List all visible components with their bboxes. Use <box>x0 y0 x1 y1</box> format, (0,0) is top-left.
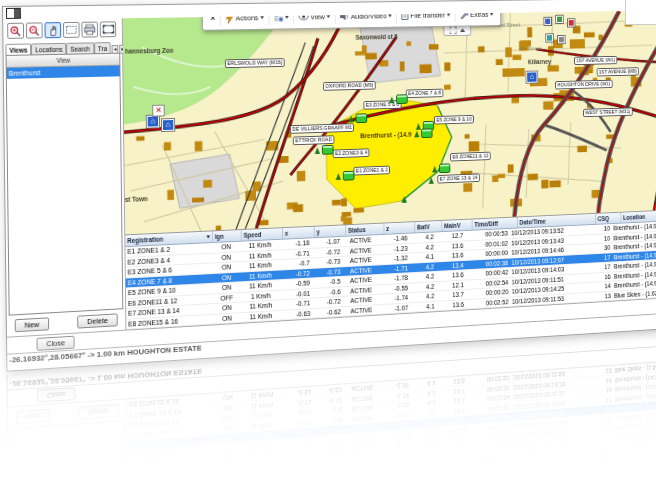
cell-z: -1.78 <box>380 273 410 284</box>
new-button[interactable]: New <box>15 317 49 332</box>
map-place-label: hannesburg Zoo <box>125 47 173 55</box>
map-view[interactable]: × Actions View <box>123 10 656 235</box>
application-window: ViewsLocationsSearchTra ◄ ► View Brenthu… <box>2 0 656 372</box>
cell-z: -1.23 <box>379 244 409 254</box>
tree-icon <box>432 166 437 173</box>
cell-csq: 30 <box>587 243 612 253</box>
cell-z: -0.55 <box>380 283 410 294</box>
collapse-up-icon <box>460 28 465 32</box>
column-label: Location <box>623 212 645 223</box>
sort-caret-icon <box>206 235 210 238</box>
cell-csq: 13 <box>588 291 613 301</box>
cell-z: -1.71 <box>380 263 410 274</box>
chevron-down-icon <box>327 15 331 18</box>
cell-batv: 4.2 <box>409 242 435 252</box>
column-label: y <box>316 226 319 237</box>
tree-icon <box>348 116 353 123</box>
cell-z: -1.32 <box>379 253 409 263</box>
cell-batv: 4.2 <box>410 272 436 282</box>
column-header-ign[interactable]: Ign <box>213 230 242 242</box>
sidebar: ViewsLocationsSearchTra ◄ ► View Brenthu… <box>3 18 126 336</box>
select-icon <box>65 24 78 36</box>
cell-ign: OFF <box>213 292 241 303</box>
column-header-status[interactable]: Status <box>346 224 384 236</box>
tree-icon <box>389 97 394 104</box>
cell-x: -0.7 <box>281 258 312 269</box>
house-poi-icon: ⌂ <box>526 71 537 82</box>
close-button[interactable]: Close <box>37 335 75 350</box>
column-label: Time/Diff <box>474 218 498 229</box>
tool-print-button[interactable] <box>81 22 98 38</box>
cell-batv: 4.2 <box>409 232 435 242</box>
chevron-down-icon <box>447 13 451 16</box>
zoom-in-icon <box>9 24 22 37</box>
map-road-label: E7 ZONE 13 & 14 <box>437 173 479 183</box>
vehicle-marker[interactable] <box>322 145 334 155</box>
house-poi-icon: ⌂ <box>147 116 159 128</box>
tool-zoom-in-button[interactable] <box>7 23 24 39</box>
tool-select-button[interactable] <box>63 22 80 38</box>
map-canvas <box>123 10 656 234</box>
cell-csq: 17 <box>587 262 612 272</box>
cell-mainv: 12.1 <box>436 280 466 291</box>
cell-batv: 4.2 <box>410 292 436 302</box>
application-window-scene: ViewsLocationsSearchTra ◄ ► View Brenthu… <box>2 0 656 370</box>
chevron-down-icon <box>285 15 289 18</box>
column-label: Registration <box>127 234 163 246</box>
map-place-label: Killarney <box>528 58 551 65</box>
map-road-label: HOUGHTON DRIVE (W1) <box>555 80 612 90</box>
tool-pan-button[interactable] <box>44 22 61 38</box>
map-place-label: st Town <box>125 195 148 203</box>
cell-y: -0.6 <box>312 287 343 298</box>
map-road-label: E2 ZONE3 & 4 <box>333 148 370 158</box>
views-list-panel: View Brenthurst <box>6 53 124 316</box>
cell-x: -0.01 <box>281 288 312 299</box>
tree-icon <box>315 147 320 154</box>
cell-csq: 16 <box>587 272 612 282</box>
vehicle-marker[interactable] <box>343 171 355 181</box>
tool-zoom-out-button[interactable] <box>26 22 43 38</box>
cell-mainv: 12.7 <box>435 231 465 241</box>
zoom-out-icon <box>28 24 41 37</box>
cell-csq: 10 <box>587 234 612 244</box>
map-road-label: ETTRICK ROAD <box>293 135 335 145</box>
map-place-label: 4th Street <box>519 46 541 52</box>
cell-ign: ON <box>213 282 241 293</box>
vehicle-marker[interactable] <box>396 94 408 104</box>
chevron-down-icon <box>260 16 264 19</box>
map-road-label: 1ST AVENUE (M9) <box>597 67 639 76</box>
column-header-batv[interactable]: BatV <box>415 221 442 233</box>
column-header-z[interactable]: z <box>384 222 415 234</box>
map-road-label: WEST STREET (M31) <box>583 107 632 117</box>
vehicle-marker[interactable] <box>356 113 368 123</box>
column-label: MainV <box>444 220 461 231</box>
column-label: BatV <box>417 221 430 232</box>
vehicle-marker[interactable] <box>421 128 432 138</box>
tool-fit-button[interactable] <box>100 21 116 37</box>
map-road-label: ERLSWOLD WAY (M16) <box>225 58 285 68</box>
cell-ign: ON <box>213 313 241 324</box>
column-header-x[interactable]: x <box>283 227 315 239</box>
pan-icon <box>47 24 59 37</box>
column-header-mainv[interactable]: MainV <box>442 219 472 231</box>
map-road-label: OXFORD ROAD (M9) <box>323 81 376 91</box>
view-list-item[interactable]: Brenthurst <box>7 66 120 79</box>
delete-button[interactable]: Delete <box>77 313 117 328</box>
column-header-csq[interactable]: CSQ <box>596 213 622 224</box>
cell-y: -0.5 <box>312 277 343 288</box>
cell-batv: 4.1 <box>409 252 435 262</box>
cell-batv: 4.2 <box>409 262 435 272</box>
vehicle-marker[interactable] <box>439 163 450 173</box>
column-label: Status <box>348 224 366 235</box>
cell-y: -0.72 <box>311 247 342 258</box>
cell-ign: ON <box>212 242 240 253</box>
map-road-label: E5 ZONE 9 & 10 <box>434 115 474 125</box>
column-label: Ign <box>215 231 224 242</box>
cell-x: -1.18 <box>280 238 311 249</box>
column-header-speed[interactable]: Speed <box>242 228 283 241</box>
no-entry-icon: ✕ <box>152 105 164 117</box>
map-poi-icon <box>544 18 551 25</box>
column-header-y[interactable]: y <box>315 225 347 237</box>
cell-ign: ON <box>213 303 241 314</box>
overlapping-panel <box>625 0 656 25</box>
